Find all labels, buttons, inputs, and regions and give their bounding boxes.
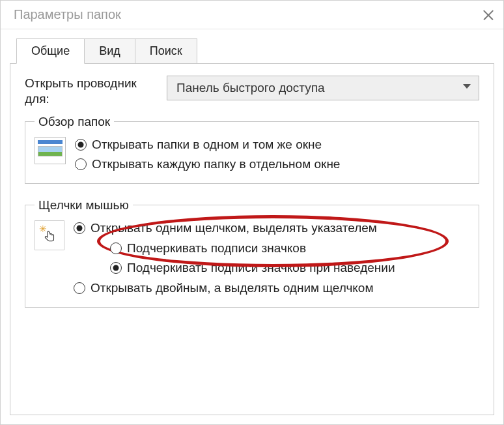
group-legend: Щелчки мышью <box>35 198 133 212</box>
group-legend: Обзор папок <box>35 115 114 129</box>
window-title: Параметры папок <box>14 7 121 22</box>
open-explorer-dropdown[interactable]: Панель быстрого доступа <box>167 76 479 100</box>
tab-view[interactable]: Вид <box>84 38 135 64</box>
titlebar: Параметры папок <box>1 1 503 29</box>
radio-double-click[interactable]: Открывать двойным, а выделять одним щелч… <box>74 280 469 297</box>
tabs-row: Общие Вид Поиск <box>16 38 494 64</box>
tab-label: Вид <box>99 44 120 57</box>
radio-label: Открывать двойным, а выделять одним щелч… <box>91 280 373 297</box>
group-folder-browse: Обзор папок Открывать папки в одном и то… <box>25 115 479 184</box>
radio-icon <box>75 139 87 151</box>
chevron-down-icon <box>463 84 471 92</box>
open-explorer-label: Открыть проводник для: <box>25 76 155 107</box>
radio-icon <box>75 158 87 170</box>
radio-list-mouse-clicks: Открывать одним щелчком, выделять указат… <box>74 220 469 297</box>
window-body: Общие Вид Поиск Открыть проводник для: П… <box>1 29 503 424</box>
tab-search[interactable]: Поиск <box>135 38 197 64</box>
group-row: ✳ Открывать одним щелчком, выделять указ… <box>35 220 469 297</box>
radio-label: Открывать одним щелчком, выделять указат… <box>91 220 377 237</box>
folder-options-window: Параметры папок Общие Вид Поиск Открыть … <box>0 0 504 425</box>
tab-label: Общие <box>31 44 70 57</box>
radio-label: Подчеркивать подписи значков <box>127 241 306 257</box>
close-icon[interactable] <box>481 8 496 22</box>
tab-label: Поиск <box>150 44 182 57</box>
tab-panel-general: Открыть проводник для: Панель быстрого д… <box>10 63 494 415</box>
dropdown-value: Панель быстрого доступа <box>176 81 325 95</box>
radio-label: Открывать папки в одном и том же окне <box>92 137 322 153</box>
mouse-click-icon: ✳ <box>35 220 64 250</box>
radio-underline-hover[interactable]: Подчеркивать подписи значков при наведен… <box>74 260 469 276</box>
radio-label: Подчеркивать подписи значков при наведен… <box>127 260 395 276</box>
radio-same-window[interactable]: Открывать папки в одном и том же окне <box>75 137 469 153</box>
radio-icon <box>110 262 122 274</box>
group-mouse-clicks: Щелчки мышью ✳ Открывать одним щелчком, … <box>25 198 479 308</box>
open-explorer-row: Открыть проводник для: Панель быстрого д… <box>25 76 479 107</box>
radio-underline-always[interactable]: Подчеркивать подписи значков <box>74 241 469 257</box>
radio-icon <box>74 282 85 294</box>
radio-icon <box>110 242 122 254</box>
tab-general[interactable]: Общие <box>16 38 85 64</box>
folder-browse-icon <box>35 137 66 164</box>
radio-list-folder-browse: Открывать папки в одном и том же окне От… <box>75 137 469 173</box>
hand-pointer-icon <box>43 229 57 246</box>
radio-new-window[interactable]: Открывать каждую папку в отдельном окне <box>75 156 469 173</box>
radio-single-click[interactable]: Открывать одним щелчком, выделять указат… <box>74 220 469 237</box>
radio-icon <box>74 222 85 234</box>
radio-label: Открывать каждую папку в отдельном окне <box>92 156 340 173</box>
group-row: Открывать папки в одном и том же окне От… <box>35 137 469 173</box>
